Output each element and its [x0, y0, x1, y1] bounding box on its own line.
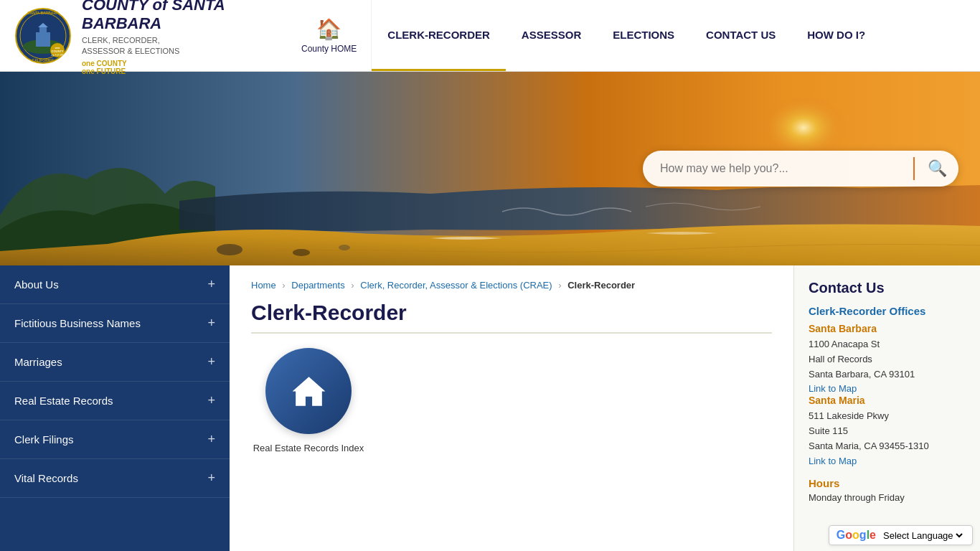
contact-office-santa-maria: Santa Maria 511 Lakeside Pkwy Suite 115 … — [809, 395, 966, 466]
map-link-sb[interactable]: Link to Map — [809, 383, 857, 394]
sidebar-item-fictitious-business-names[interactable]: Fictitious Business Names + — [0, 304, 230, 343]
expand-icon: + — [207, 432, 215, 447]
svg-rect-4 — [39, 27, 47, 34]
content-icons: Real Estate Records Index — [251, 348, 772, 455]
office-name-sm: Santa Maria — [809, 395, 966, 406]
breadcrumb-departments[interactable]: Departments — [291, 280, 344, 291]
nav-clerk-recorder[interactable]: CLERK-RECORDER — [372, 0, 506, 71]
expand-icon: + — [207, 354, 215, 369]
home-icon: 🏠 — [316, 17, 341, 41]
icon-card-real-estate[interactable]: Real Estate Records Index — [251, 348, 366, 455]
house-icon — [289, 372, 329, 411]
breadcrumb-current: Clerk-Recorder — [567, 280, 635, 291]
search-icon: 🔍 — [928, 159, 947, 177]
icon-circle — [265, 348, 352, 434]
contact-office-santa-barbara: Santa Barbara 1100 Anacapa St Hall of Re… — [809, 323, 966, 395]
contact-title: Contact Us — [809, 280, 966, 296]
page-title: Clerk-Recorder — [251, 301, 772, 334]
nav-items: CLERK-RECORDER ASSESSOR ELECTIONS CONTAC… — [372, 0, 980, 71]
search-divider — [913, 157, 915, 180]
nav-contact-us[interactable]: CONTACT US — [690, 0, 791, 71]
brand-area: CALIFORNIA SANTA BARBARA one COUNTY one … — [0, 0, 287, 71]
expand-icon: + — [207, 277, 215, 292]
svg-text:SANTA BARBARA: SANTA BARBARA — [27, 11, 59, 15]
nav-how-do-i[interactable]: HOW DO I? — [791, 0, 881, 71]
office-address-sb: 1100 Anacapa St Hall of Records Santa Ba… — [809, 337, 966, 382]
svg-text:COUNTY: COUNTY — [52, 50, 64, 53]
search-input[interactable] — [660, 162, 906, 175]
icon-card-label: Real Estate Records Index — [253, 443, 364, 455]
sidebar-item-clerk-filings[interactable]: Clerk Filings + — [0, 420, 230, 459]
site-header: CALIFORNIA SANTA BARBARA one COUNTY one … — [0, 0, 980, 72]
hours-title: Hours — [809, 477, 966, 489]
svg-point-16 — [339, 245, 350, 250]
search-button[interactable]: 🔍 — [922, 156, 953, 181]
nav-assessor[interactable]: ASSESSOR — [506, 0, 597, 71]
google-translate-widget[interactable]: Google Select Language Spanish French Ch… — [829, 525, 973, 545]
nav-county-home[interactable]: 🏠 County HOME — [287, 0, 372, 71]
office-name-sb: Santa Barbara — [809, 323, 966, 334]
breadcrumb-crae[interactable]: Clerk, Recorder, Assessor & Elections (C… — [360, 280, 552, 291]
breadcrumb-sep-2: › — [351, 280, 354, 291]
office-address-sm: 511 Lakeside Pkwy Suite 115 Santa Maria,… — [809, 409, 966, 453]
google-icon: Google — [837, 529, 876, 542]
county-seal: CALIFORNIA SANTA BARBARA one COUNTY one … — [14, 7, 72, 65]
tagline: one COUNTY one FUTURE — [82, 60, 273, 75]
department-subtitle: CLERK, RECORDER, ASSESSOR & ELECTIONS — [82, 35, 273, 57]
contact-sidebar: Contact Us Clerk-Recorder Offices Santa … — [793, 265, 980, 551]
svg-point-15 — [293, 249, 310, 256]
svg-point-14 — [217, 244, 242, 255]
breadcrumb-sep-1: › — [282, 280, 285, 291]
hero-section: 🔍 — [0, 72, 980, 265]
sidebar-item-vital-records[interactable]: Vital Records + — [0, 459, 230, 498]
main-nav: 🏠 County HOME CLERK-RECORDER ASSESSOR EL… — [287, 0, 980, 71]
expand-icon: + — [207, 471, 215, 486]
contact-hours: Hours Monday through Friday — [809, 477, 966, 503]
hours-text: Monday through Friday — [809, 492, 966, 503]
sidebar: About Us + Fictitious Business Names + M… — [0, 265, 230, 551]
svg-text:one FUTURE: one FUTURE — [51, 54, 64, 57]
sidebar-item-real-estate-records[interactable]: Real Estate Records + — [0, 382, 230, 420]
breadcrumb-home[interactable]: Home — [251, 280, 276, 291]
page-content: Home › Departments › Clerk, Recorder, As… — [230, 265, 793, 551]
breadcrumb: Home › Departments › Clerk, Recorder, As… — [251, 280, 772, 291]
svg-text:CALIFORNIA: CALIFORNIA — [32, 58, 55, 62]
header-title-block: COUNTY of SANTA BARBARA CLERK, RECORDER,… — [82, 0, 273, 75]
expand-icon: + — [207, 393, 215, 408]
sidebar-item-about-us[interactable]: About Us + — [0, 265, 230, 304]
main-content: About Us + Fictitious Business Names + M… — [0, 265, 980, 551]
nav-elections[interactable]: ELECTIONS — [597, 0, 690, 71]
map-link-sm[interactable]: Link to Map — [809, 456, 857, 466]
county-name: COUNTY of SANTA BARBARA — [82, 0, 273, 34]
expand-icon: + — [207, 316, 215, 331]
sidebar-item-marriages[interactable]: Marriages + — [0, 343, 230, 382]
breadcrumb-sep-3: › — [558, 280, 561, 291]
contact-offices-title: Clerk-Recorder Offices — [809, 305, 966, 317]
search-bar: 🔍 — [643, 151, 958, 187]
language-select[interactable]: Select Language Spanish French Chinese — [880, 529, 965, 542]
